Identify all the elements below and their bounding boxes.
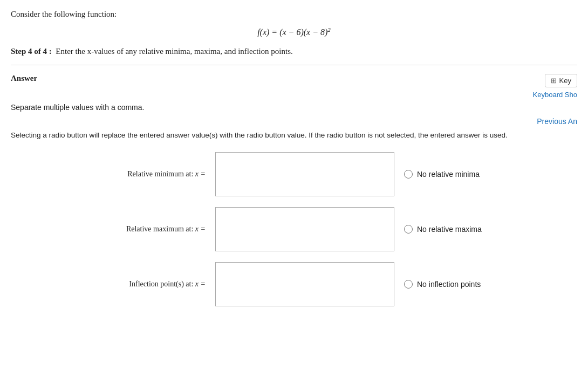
relative-maximum-label: Relative maximum at: x = — [87, 225, 206, 234]
function-math: f(x) = (x − 6)(x − 8)2 — [257, 28, 331, 37]
relative-maximum-input[interactable] — [215, 207, 394, 251]
inflection-points-label-prefix: Inflection point(s) at: — [129, 280, 195, 288]
page-container: Consider the following function: f(x) = … — [0, 0, 588, 328]
inflection-points-radio[interactable] — [404, 280, 413, 289]
inflection-points-radio-option[interactable]: No inflection points — [404, 280, 501, 289]
keyboard-icon: ⊞ — [551, 77, 557, 85]
previous-answer-row: Previous An — [11, 117, 577, 126]
relative-maximum-label-prefix: Relative maximum at: — [126, 225, 195, 233]
relative-minimum-label-prefix: Relative minimum at: — [127, 170, 195, 178]
step-label: Step 4 of 4 : — [11, 47, 52, 56]
relative-maximum-radio-option[interactable]: No relative maxima — [404, 225, 501, 234]
answer-rows-container: Relative minimum at: x = No relative min… — [11, 152, 577, 317]
intro-text: Consider the following function: — [11, 10, 577, 19]
keyboard-shortcut-btn-label: Key — [559, 77, 571, 85]
keyboard-shortcut-button[interactable]: ⊞ Key — [545, 74, 577, 87]
inflection-points-radio-label: No inflection points — [417, 280, 481, 289]
relative-minimum-label: Relative minimum at: x = — [87, 170, 206, 179]
relative-minimum-radio-option[interactable]: No relative minima — [404, 170, 501, 179]
relative-minimum-radio-label: No relative minima — [417, 170, 480, 179]
relative-minimum-input[interactable] — [215, 152, 394, 196]
inflection-points-label: Inflection point(s) at: x = — [87, 280, 206, 289]
answer-label: Answer — [11, 74, 37, 83]
keyboard-shortcut-label-below[interactable]: Keyboard Sho — [11, 91, 577, 99]
divider — [11, 65, 577, 65]
relative-maximum-radio[interactable] — [404, 225, 413, 234]
separator-text: Separate multiple values with a comma. — [11, 103, 577, 112]
step-instruction: Enter the x-values of any relative minim… — [56, 47, 292, 56]
radio-note: Selecting a radio button will replace th… — [11, 130, 577, 141]
function-display: f(x) = (x − 6)(x − 8)2 — [11, 26, 577, 37]
inflection-points-input[interactable] — [215, 262, 394, 306]
relative-minimum-radio[interactable] — [404, 170, 413, 179]
step-line: Step 4 of 4 : Enter the x-values of any … — [11, 47, 577, 56]
relative-maximum-row: Relative maximum at: x = No relative max… — [11, 207, 577, 251]
answer-header-row: Answer ⊞ Key — [11, 74, 577, 87]
relative-minimum-row: Relative minimum at: x = No relative min… — [11, 152, 577, 196]
previous-answer-link[interactable]: Previous An — [537, 117, 577, 126]
relative-maximum-radio-label: No relative maxima — [417, 225, 482, 234]
inflection-points-row: Inflection point(s) at: x = No inflectio… — [11, 262, 577, 306]
